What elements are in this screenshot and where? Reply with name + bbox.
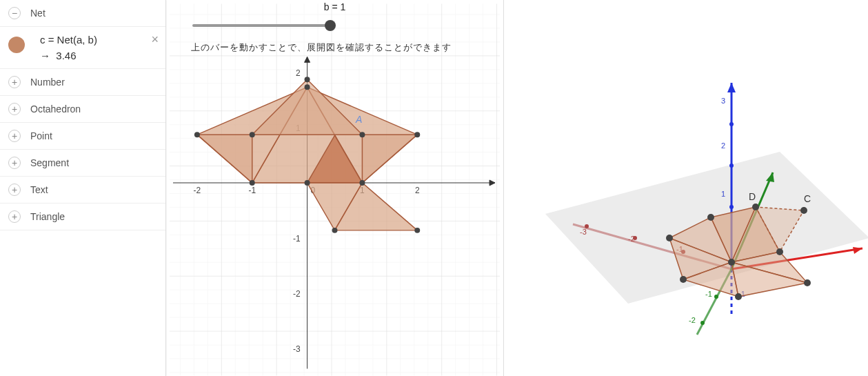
svg-point-46	[585, 224, 589, 228]
svg-text:2: 2	[721, 141, 725, 150]
graphics-2d-panel[interactable]: b = 1 上のバーを動かすことで、展開図を確認することができます	[166, 0, 504, 376]
svg-marker-28	[727, 83, 736, 92]
sidebar-item-label: Point	[30, 130, 52, 141]
expand-icon[interactable]: +	[8, 157, 21, 169]
collapse-icon[interactable]: −	[8, 7, 21, 19]
sidebar-item-net[interactable]: − Net	[0, 0, 165, 27]
expand-icon[interactable]: +	[8, 103, 21, 115]
point-c-label: C	[804, 193, 811, 204]
svg-point-63	[752, 204, 759, 210]
plot-3d-svg[interactable]: 3 2 1 -1 -3 -2 -1 -1 -2	[532, 62, 868, 338]
svg-point-20	[194, 132, 200, 137]
slider-label: b = 1	[324, 1, 346, 12]
sidebar-item-octahedron[interactable]: + Octahedron	[0, 96, 165, 123]
svg-point-18	[250, 180, 255, 186]
expand-icon[interactable]: +	[8, 184, 21, 196]
color-swatch-icon[interactable]	[8, 37, 25, 53]
point-d-label: D	[749, 191, 756, 202]
svg-text:-3: -3	[580, 228, 587, 236]
expand-icon[interactable]: +	[8, 76, 21, 88]
svg-point-69	[800, 207, 807, 214]
svg-point-49	[714, 295, 718, 299]
sidebar-item-label: Net	[30, 8, 46, 19]
xtick: -2	[194, 186, 201, 195]
ytick: -3	[293, 344, 301, 354]
sidebar-item-text[interactable]: + Text	[0, 177, 165, 204]
ytick: -1	[293, 234, 301, 244]
sidebar-item-segment[interactable]: + Segment	[0, 150, 165, 177]
formula-text: c = Net(a, b)	[40, 34, 97, 46]
graphics-3d-panel[interactable]: 3 2 1 -1 -3 -2 -1 -1 -2	[504, 0, 868, 376]
sidebar-item-number[interactable]: + Number	[0, 69, 165, 96]
svg-point-25	[414, 228, 420, 233]
xtick: -1	[248, 186, 256, 195]
svg-point-17	[359, 180, 365, 186]
svg-text:3: 3	[721, 97, 725, 105]
svg-point-22	[250, 132, 255, 137]
sidebar-item-point[interactable]: + Point	[0, 123, 165, 150]
svg-point-62	[776, 248, 783, 255]
sidebar-item-label: Number	[30, 77, 65, 88]
svg-point-51	[700, 321, 705, 325]
expand-icon[interactable]: +	[8, 210, 21, 223]
svg-point-16	[305, 180, 310, 186]
ytick: 2	[296, 68, 301, 78]
svg-point-23	[359, 132, 365, 137]
svg-point-68	[804, 279, 811, 286]
sidebar-item-triangle[interactable]: + Triangle	[0, 204, 165, 230]
svg-point-36	[729, 122, 734, 126]
hint-text: 上のバーを動かすことで、展開図を確認することができます	[191, 41, 452, 54]
svg-text:-2: -2	[689, 316, 696, 324]
xtick: 2	[415, 186, 420, 195]
svg-point-64	[707, 214, 714, 221]
object-c-row[interactable]: c = Net(a, b) → 3.46 ×	[0, 27, 165, 69]
svg-point-67	[735, 293, 742, 300]
slider-knob[interactable]	[325, 20, 336, 31]
expand-icon[interactable]: +	[8, 130, 21, 142]
svg-point-21	[414, 132, 420, 137]
ytick: -2	[293, 289, 301, 299]
svg-text:1: 1	[721, 190, 725, 198]
close-icon[interactable]: ×	[151, 32, 159, 47]
svg-point-24	[332, 228, 338, 233]
svg-point-47	[633, 236, 637, 240]
algebra-sidebar: − Net c = Net(a, b) → 3.46 × + Number + …	[0, 0, 166, 376]
svg-point-26	[305, 77, 310, 82]
value-row: → 3.46	[40, 50, 97, 61]
slider-b[interactable]	[192, 24, 330, 27]
sidebar-item-label: Segment	[30, 157, 69, 168]
svg-point-38	[729, 164, 734, 168]
svg-text:-1: -1	[705, 290, 712, 298]
sidebar-item-label: Text	[30, 184, 48, 195]
sidebar-item-label: Triangle	[30, 211, 65, 222]
point-a-label: A	[356, 114, 362, 125]
plot-2d-svg[interactable]: -2 -1 0 1 2 -3 -2 -1 1 2	[166, 0, 503, 376]
formula-display: c = Net(a, b) → 3.46	[40, 34, 97, 61]
svg-point-61	[728, 259, 735, 266]
sidebar-item-label: Octahedron	[30, 103, 81, 115]
svg-point-19	[305, 84, 310, 90]
svg-point-40	[729, 205, 734, 209]
svg-point-66	[680, 276, 687, 283]
svg-point-65	[666, 235, 673, 241]
